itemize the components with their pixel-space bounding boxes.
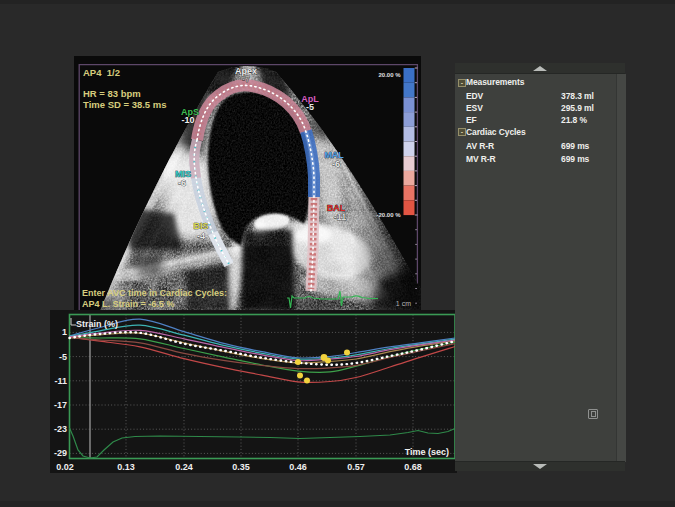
svg-text:BIS: BIS [193,221,208,231]
svg-text:-4: -4 [197,231,205,241]
svg-text:-5: -5 [306,102,314,112]
svg-text:AP4 L. Strain = -6.5 %: AP4 L. Strain = -6.5 % [82,299,174,309]
svg-text:0.13: 0.13 [117,462,135,472]
svg-text:Enter AVC time in Cardiac Cycl: Enter AVC time in Cardiac Cycles: [82,288,227,298]
svg-text:1 cm: 1 cm [396,300,411,307]
svg-text:0.24: 0.24 [175,462,193,472]
svg-text:HR = 83 bpm: HR = 83 bpm [83,88,141,99]
svg-text:20.00 %: 20.00 % [378,72,401,78]
svg-text:-11: -11 [54,376,67,386]
svg-text:-29: -29 [54,448,67,458]
svg-text:Time (sec): Time (sec) [405,447,449,457]
svg-text:-7: -7 [242,74,250,84]
svg-text:Time SD = 38.5 ms: Time SD = 38.5 ms [83,99,167,110]
svg-text:0.57: 0.57 [347,462,365,472]
svg-text:Strain (%): Strain (%) [76,319,118,329]
svg-text:-10: -10 [181,115,194,125]
svg-text:-20.00 %: -20.00 % [376,212,401,218]
svg-text:-6: -6 [178,178,186,188]
svg-text:1: 1 [62,327,67,337]
svg-text:AP4 1/2: AP4 1/2 [83,67,120,78]
svg-text:-17: -17 [54,400,67,410]
svg-text:0.35: 0.35 [232,462,250,472]
svg-text:0.68: 0.68 [404,462,422,472]
svg-text:-11: -11 [334,212,347,222]
svg-text:-23: -23 [54,424,67,434]
svg-text:0.46: 0.46 [289,462,307,472]
svg-text:-6: -6 [332,159,340,169]
svg-text:0.02: 0.02 [56,462,74,472]
svg-text:-5: -5 [59,352,67,362]
